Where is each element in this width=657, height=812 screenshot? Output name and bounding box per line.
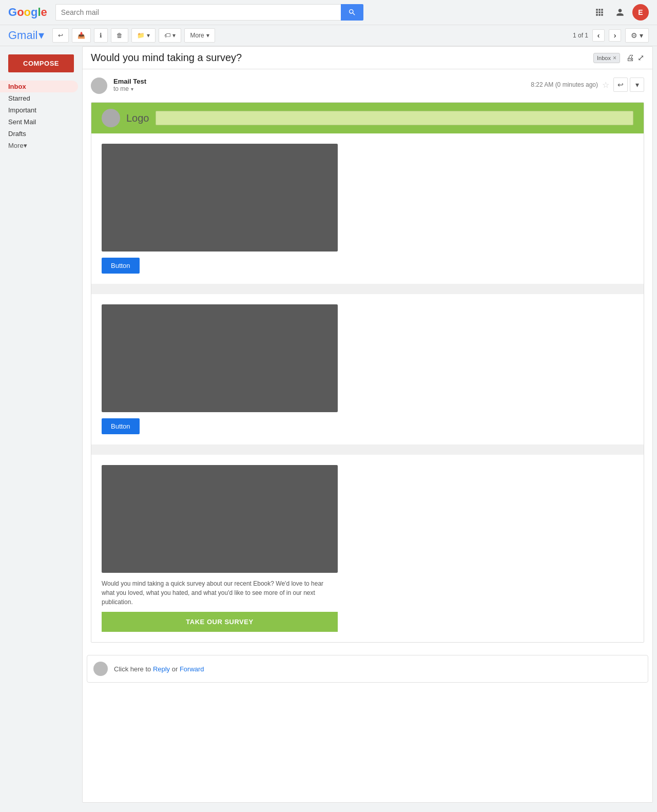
archive-icon: 📥	[78, 32, 85, 39]
inbox-tag: Inbox ×	[593, 53, 620, 63]
sender-info: Email Test to me ▾	[113, 78, 525, 92]
more-actions-button[interactable]: ▾	[630, 78, 644, 92]
expand-recipients-button[interactable]: ▾	[131, 86, 133, 92]
gmail-toolbar: Gmail ▾ ↩ 📥 ℹ 🗑 📁 ▾ 🏷 ▾ More ▾ 1	[0, 25, 657, 46]
spam-toolbar-button[interactable]: ℹ	[94, 28, 108, 43]
more-toolbar-chevron: ▾	[206, 32, 209, 39]
logo-bar: Logo	[91, 103, 644, 133]
logo-circle	[102, 109, 120, 127]
google-logo: Google	[8, 6, 47, 19]
reply-button[interactable]: ↩	[613, 78, 628, 92]
sidebar-item-drafts[interactable]: Drafts	[0, 128, 78, 140]
print-icon: 🖨	[626, 53, 634, 62]
settings-icon: ⚙	[631, 31, 637, 40]
delete-icon: 🗑	[117, 32, 123, 39]
top-bar: Google E	[0, 0, 657, 25]
reply-footer-avatar	[93, 662, 108, 676]
footer-forward-link[interactable]: Forward	[180, 665, 204, 673]
sidebar-item-sent[interactable]: Sent Mail	[0, 116, 78, 128]
gmail-label: Gmail	[8, 29, 37, 42]
footer-reply-link[interactable]: Reply	[153, 665, 170, 673]
inbox-tag-label: Inbox	[597, 55, 611, 61]
content-area: Would you mind taking a survey? Inbox × …	[82, 46, 653, 803]
sender-name: Email Test	[113, 78, 525, 85]
sent-label: Sent Mail	[8, 118, 36, 126]
new-window-icon: ⤢	[637, 53, 644, 62]
prev-page-button[interactable]: ‹	[592, 29, 605, 42]
sidebar-item-inbox[interactable]: Inbox	[0, 81, 78, 92]
user-avatar-button[interactable]: E	[632, 4, 649, 21]
starred-label: Starred	[8, 94, 30, 102]
print-button[interactable]: 🖨	[626, 53, 634, 63]
compose-button[interactable]: COMPOSE	[8, 54, 74, 72]
email-subject-title: Would you mind taking a survey?	[91, 52, 587, 64]
email-body: Logo Button Button	[91, 102, 644, 643]
reply-icon: ↩	[617, 81, 624, 89]
reply-footer: Click here to Reply or Forward	[87, 655, 648, 683]
reply-footer-text: Click here to Reply or Forward	[114, 665, 204, 673]
inbox-label: Inbox	[8, 83, 26, 90]
drafts-label: Drafts	[8, 130, 26, 138]
compose-label: COMPOSE	[23, 60, 59, 67]
apps-icon-button[interactable]	[591, 4, 608, 21]
content-image-3	[102, 465, 338, 573]
account-icon-button[interactable]	[612, 4, 628, 21]
email-subject-bar: Would you mind taking a survey? Inbox × …	[83, 47, 652, 69]
survey-button-label: TAKE OUR SURVEY	[186, 618, 253, 626]
content-image-2	[102, 304, 338, 412]
avatar-letter: E	[638, 8, 643, 16]
account-icon	[615, 7, 625, 17]
main-layout: COMPOSE Inbox Starred Important Sent Mai…	[0, 46, 657, 807]
labels-chevron: ▾	[172, 32, 176, 39]
sidebar-item-important[interactable]: Important	[0, 104, 78, 116]
section-button-2[interactable]: Button	[102, 418, 140, 434]
search-bar	[55, 4, 363, 21]
email-time: 8:22 AM (0 minutes ago)	[531, 81, 598, 88]
email-section-3: Would you mind taking a quick survey abo…	[91, 455, 644, 642]
top-right-icons: E	[591, 4, 649, 21]
email-message: Email Test to me ▾ 8:22 AM (0 minutes ag…	[83, 69, 652, 651]
gmail-logo: Gmail ▾	[8, 29, 44, 42]
more-actions-icon: ▾	[635, 81, 639, 89]
footer-or: or	[172, 665, 180, 673]
settings-button[interactable]: ⚙ ▾	[625, 28, 649, 43]
search-icon	[348, 8, 356, 16]
archive-toolbar-button[interactable]: 📥	[72, 28, 91, 43]
take-survey-button[interactable]: TAKE OUR SURVEY	[102, 612, 338, 632]
reply-icon: ↩	[58, 32, 63, 39]
search-input[interactable]	[55, 4, 341, 21]
folder-icon: 📁	[137, 32, 145, 39]
tag-close-button[interactable]: ×	[613, 54, 616, 62]
settings-chevron: ▾	[640, 31, 643, 40]
move-chevron: ▾	[147, 32, 150, 39]
next-page-button[interactable]: ›	[609, 29, 621, 42]
sidebar-more[interactable]: More ▾	[0, 140, 82, 151]
new-window-button[interactable]: ⤢	[637, 53, 644, 63]
reply-toolbar-button[interactable]: ↩	[52, 28, 69, 43]
apps-icon	[594, 7, 605, 17]
section-divider-1	[91, 284, 644, 294]
section-button-1[interactable]: Button	[102, 258, 140, 274]
gmail-chevron: ▾	[38, 29, 44, 42]
section-divider-2	[91, 444, 644, 455]
more-toolbar-button[interactable]: More ▾	[184, 28, 215, 43]
prev-icon: ‹	[597, 31, 600, 40]
pagination-count: 1 of 1	[573, 32, 588, 39]
more-label: More	[8, 142, 24, 149]
star-button[interactable]: ☆	[602, 80, 609, 90]
move-to-button[interactable]: 📁 ▾	[131, 28, 156, 43]
sender-avatar	[91, 78, 107, 94]
sidebar-item-starred[interactable]: Starred	[0, 92, 78, 104]
sidebar: COMPOSE Inbox Starred Important Sent Mai…	[0, 46, 82, 807]
labels-button[interactable]: 🏷 ▾	[159, 28, 181, 43]
button2-label: Button	[111, 422, 130, 430]
footer-prefix: Click here to	[114, 665, 153, 673]
logo-text: Logo	[126, 112, 149, 124]
email-section-1: Button	[91, 133, 644, 284]
email-meta: 8:22 AM (0 minutes ago) ☆ ↩ ▾	[531, 78, 644, 92]
delete-toolbar-button[interactable]: 🗑	[111, 28, 128, 43]
page-current: 1	[573, 32, 576, 39]
spam-icon: ℹ	[100, 32, 102, 39]
more-toolbar-label: More	[190, 32, 204, 39]
search-button[interactable]	[341, 4, 363, 21]
